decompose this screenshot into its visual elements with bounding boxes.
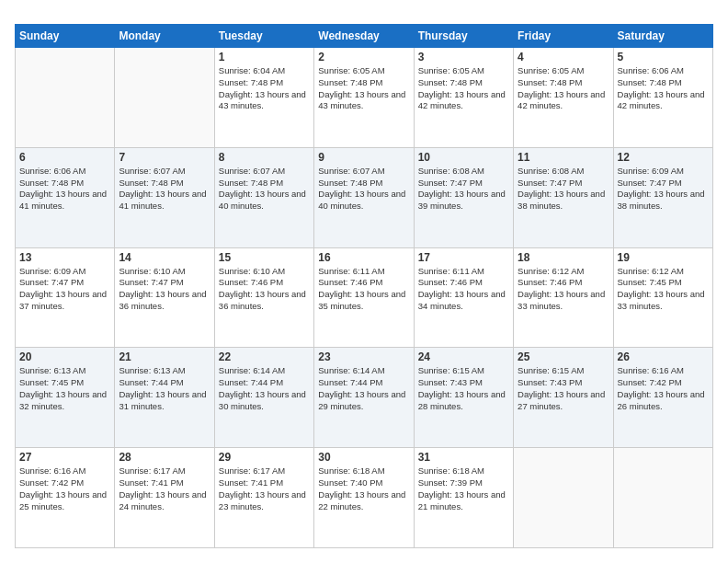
day-info: Sunrise: 6:07 AM Sunset: 7:48 PM Dayligh… <box>119 166 210 213</box>
day-info: Sunrise: 6:15 AM Sunset: 7:43 PM Dayligh… <box>418 365 509 412</box>
day-number: 29 <box>219 451 310 464</box>
calendar-cell: 9Sunrise: 6:07 AM Sunset: 7:48 PM Daylig… <box>314 147 414 247</box>
calendar-cell: 3Sunrise: 6:05 AM Sunset: 7:48 PM Daylig… <box>414 48 513 148</box>
day-info: Sunrise: 6:17 AM Sunset: 7:41 PM Dayligh… <box>219 465 310 512</box>
day-info: Sunrise: 6:10 AM Sunset: 7:46 PM Dayligh… <box>219 266 310 313</box>
day-number: 18 <box>518 251 609 264</box>
day-info: Sunrise: 6:08 AM Sunset: 7:47 PM Dayligh… <box>518 166 609 213</box>
day-number: 20 <box>19 350 110 363</box>
weekday-header-sunday: Sunday <box>16 25 115 48</box>
calendar-cell: 2Sunrise: 6:05 AM Sunset: 7:48 PM Daylig… <box>314 48 414 148</box>
day-number: 26 <box>618 350 709 363</box>
calendar-cell: 18Sunrise: 6:12 AM Sunset: 7:46 PM Dayli… <box>514 247 613 348</box>
calendar-table: SundayMondayTuesdayWednesdayThursdayFrid… <box>15 24 713 548</box>
day-info: Sunrise: 6:07 AM Sunset: 7:48 PM Dayligh… <box>219 166 310 213</box>
weekday-header-monday: Monday <box>115 25 214 48</box>
calendar-cell: 6Sunrise: 6:06 AM Sunset: 7:48 PM Daylig… <box>16 147 115 247</box>
day-number: 30 <box>318 451 409 464</box>
day-number: 15 <box>219 251 310 264</box>
day-number: 13 <box>19 251 110 264</box>
calendar-cell: 20Sunrise: 6:13 AM Sunset: 7:45 PM Dayli… <box>16 348 115 448</box>
day-number: 12 <box>618 151 709 164</box>
day-number: 27 <box>19 451 110 464</box>
calendar-cell: 14Sunrise: 6:10 AM Sunset: 7:47 PM Dayli… <box>115 247 214 348</box>
day-info: Sunrise: 6:10 AM Sunset: 7:47 PM Dayligh… <box>119 266 210 313</box>
day-info: Sunrise: 6:06 AM Sunset: 7:48 PM Dayligh… <box>19 166 110 213</box>
day-info: Sunrise: 6:18 AM Sunset: 7:39 PM Dayligh… <box>418 465 509 512</box>
day-number: 19 <box>618 251 709 264</box>
day-number: 6 <box>19 151 110 164</box>
calendar-cell: 12Sunrise: 6:09 AM Sunset: 7:47 PM Dayli… <box>613 147 712 247</box>
day-number: 8 <box>219 151 310 164</box>
day-info: Sunrise: 6:18 AM Sunset: 7:40 PM Dayligh… <box>318 465 409 512</box>
calendar-cell <box>16 48 115 148</box>
calendar-cell: 29Sunrise: 6:17 AM Sunset: 7:41 PM Dayli… <box>214 448 313 548</box>
day-number: 7 <box>119 151 210 164</box>
day-info: Sunrise: 6:08 AM Sunset: 7:47 PM Dayligh… <box>418 166 509 213</box>
calendar-cell: 7Sunrise: 6:07 AM Sunset: 7:48 PM Daylig… <box>115 147 214 247</box>
calendar-cell: 19Sunrise: 6:12 AM Sunset: 7:45 PM Dayli… <box>613 247 712 348</box>
day-number: 28 <box>119 451 210 464</box>
calendar-cell <box>115 48 214 148</box>
calendar-cell: 17Sunrise: 6:11 AM Sunset: 7:46 PM Dayli… <box>414 247 513 348</box>
day-number: 11 <box>518 151 609 164</box>
day-info: Sunrise: 6:07 AM Sunset: 7:48 PM Dayligh… <box>318 166 409 213</box>
day-info: Sunrise: 6:11 AM Sunset: 7:46 PM Dayligh… <box>418 266 509 313</box>
day-info: Sunrise: 6:09 AM Sunset: 7:47 PM Dayligh… <box>618 166 709 213</box>
calendar-cell: 16Sunrise: 6:11 AM Sunset: 7:46 PM Dayli… <box>314 247 414 348</box>
calendar-cell: 22Sunrise: 6:14 AM Sunset: 7:44 PM Dayli… <box>214 348 313 448</box>
calendar-cell: 11Sunrise: 6:08 AM Sunset: 7:47 PM Dayli… <box>514 147 613 247</box>
day-info: Sunrise: 6:11 AM Sunset: 7:46 PM Dayligh… <box>318 266 409 313</box>
weekday-header-tuesday: Tuesday <box>214 25 313 48</box>
calendar-cell: 13Sunrise: 6:09 AM Sunset: 7:47 PM Dayli… <box>16 247 115 348</box>
day-info: Sunrise: 6:17 AM Sunset: 7:41 PM Dayligh… <box>119 465 210 512</box>
day-info: Sunrise: 6:13 AM Sunset: 7:45 PM Dayligh… <box>19 365 110 412</box>
day-number: 17 <box>418 251 509 264</box>
weekday-header-thursday: Thursday <box>414 25 513 48</box>
calendar-cell: 15Sunrise: 6:10 AM Sunset: 7:46 PM Dayli… <box>214 247 313 348</box>
calendar-row-4: 20Sunrise: 6:13 AM Sunset: 7:45 PM Dayli… <box>16 348 713 448</box>
calendar-row-1: 1Sunrise: 6:04 AM Sunset: 7:48 PM Daylig… <box>16 48 713 148</box>
calendar-cell: 28Sunrise: 6:17 AM Sunset: 7:41 PM Dayli… <box>115 448 214 548</box>
calendar-cell <box>514 448 613 548</box>
day-number: 5 <box>618 51 709 63</box>
day-number: 23 <box>318 350 409 363</box>
calendar-cell <box>613 448 712 548</box>
calendar-cell: 24Sunrise: 6:15 AM Sunset: 7:43 PM Dayli… <box>414 348 513 448</box>
day-number: 14 <box>119 251 210 264</box>
day-info: Sunrise: 6:06 AM Sunset: 7:48 PM Dayligh… <box>618 65 709 112</box>
calendar-cell: 27Sunrise: 6:16 AM Sunset: 7:42 PM Dayli… <box>16 448 115 548</box>
calendar-cell: 4Sunrise: 6:05 AM Sunset: 7:48 PM Daylig… <box>514 48 613 148</box>
calendar-cell: 30Sunrise: 6:18 AM Sunset: 7:40 PM Dayli… <box>314 448 414 548</box>
calendar-cell: 25Sunrise: 6:15 AM Sunset: 7:43 PM Dayli… <box>514 348 613 448</box>
calendar-row-2: 6Sunrise: 6:06 AM Sunset: 7:48 PM Daylig… <box>16 147 713 247</box>
day-info: Sunrise: 6:05 AM Sunset: 7:48 PM Dayligh… <box>518 65 609 112</box>
day-number: 4 <box>518 51 609 63</box>
weekday-header-friday: Friday <box>514 25 613 48</box>
day-info: Sunrise: 6:13 AM Sunset: 7:44 PM Dayligh… <box>119 365 210 412</box>
day-info: Sunrise: 6:12 AM Sunset: 7:46 PM Dayligh… <box>518 266 609 313</box>
calendar-cell: 26Sunrise: 6:16 AM Sunset: 7:42 PM Dayli… <box>613 348 712 448</box>
day-info: Sunrise: 6:12 AM Sunset: 7:45 PM Dayligh… <box>618 266 709 313</box>
calendar-cell: 10Sunrise: 6:08 AM Sunset: 7:47 PM Dayli… <box>414 147 513 247</box>
calendar-cell: 5Sunrise: 6:06 AM Sunset: 7:48 PM Daylig… <box>613 48 712 148</box>
day-number: 1 <box>219 51 310 63</box>
day-number: 22 <box>219 350 310 363</box>
day-info: Sunrise: 6:16 AM Sunset: 7:42 PM Dayligh… <box>19 465 110 512</box>
weekday-header-wednesday: Wednesday <box>314 25 414 48</box>
weekday-header-saturday: Saturday <box>613 25 712 48</box>
day-number: 16 <box>318 251 409 264</box>
day-number: 31 <box>418 451 509 464</box>
day-info: Sunrise: 6:04 AM Sunset: 7:48 PM Dayligh… <box>219 65 310 112</box>
calendar-cell: 8Sunrise: 6:07 AM Sunset: 7:48 PM Daylig… <box>214 147 313 247</box>
calendar-row-5: 27Sunrise: 6:16 AM Sunset: 7:42 PM Dayli… <box>16 448 713 548</box>
day-number: 3 <box>418 51 509 63</box>
calendar-cell: 23Sunrise: 6:14 AM Sunset: 7:44 PM Dayli… <box>314 348 414 448</box>
calendar-page: General Blue SundayMondayTuesdayWednesda… <box>0 0 728 563</box>
calendar-cell: 21Sunrise: 6:13 AM Sunset: 7:44 PM Dayli… <box>115 348 214 448</box>
calendar-cell: 31Sunrise: 6:18 AM Sunset: 7:39 PM Dayli… <box>414 448 513 548</box>
day-info: Sunrise: 6:16 AM Sunset: 7:42 PM Dayligh… <box>618 365 709 412</box>
day-info: Sunrise: 6:14 AM Sunset: 7:44 PM Dayligh… <box>219 365 310 412</box>
calendar-cell: 1Sunrise: 6:04 AM Sunset: 7:48 PM Daylig… <box>214 48 313 148</box>
day-info: Sunrise: 6:05 AM Sunset: 7:48 PM Dayligh… <box>418 65 509 112</box>
